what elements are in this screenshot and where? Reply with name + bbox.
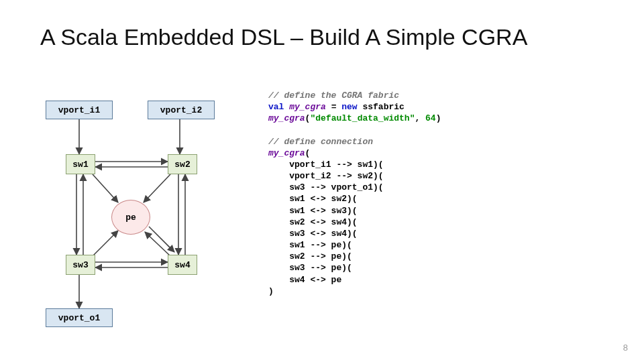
code-string: "default_data_width" (310, 113, 415, 123)
code-line: sw3 --> pe)( (268, 263, 352, 273)
code-text: ssfabric (362, 102, 404, 112)
code-ident: my_cgra (268, 113, 305, 123)
code-text: , (415, 113, 425, 123)
code-line: sw3 --> vport_o1)( (268, 182, 384, 192)
code-line: sw1 <-> sw2)( (268, 194, 358, 204)
svg-line-11 (93, 174, 118, 202)
node-pe: pe (111, 200, 150, 235)
node-sw1: sw1 (66, 154, 95, 174)
code-keyword: new (341, 102, 357, 112)
node-sw4: sw4 (168, 255, 197, 275)
code-comment: // define the CGRA fabric (268, 90, 399, 101)
code-line: vport_i1 --> sw1)( (268, 160, 384, 170)
code-line: sw3 <-> sw4)( (268, 229, 358, 239)
node-vport-i2: vport_i2 (148, 101, 215, 119)
code-comment: // define connection (268, 137, 373, 147)
node-sw2: sw2 (168, 154, 197, 174)
code-block: // define the CGRA fabric val my_cgra = … (268, 90, 617, 297)
code-text: ( (305, 148, 311, 158)
code-line: vport_i2 --> sw2)( (268, 171, 384, 181)
svg-line-13 (93, 231, 118, 256)
node-vport-i1: vport_i1 (46, 101, 113, 119)
node-vport-o1: vport_o1 (46, 308, 113, 327)
code-ident: my_cgra (268, 148, 305, 158)
code-line: sw1 --> pe)( (268, 240, 352, 250)
code-line: sw4 <-> pe (268, 275, 341, 285)
code-line: sw2 <-> sw4)( (268, 217, 358, 227)
code-ident: my_cgra (289, 102, 326, 112)
code-text: = (326, 102, 341, 112)
slide-title: A Scala Embedded DSL – Build A Simple CG… (40, 24, 604, 50)
code-text: ) (436, 113, 441, 123)
code-line: sw2 --> pe)( (268, 251, 352, 261)
code-line: sw1 <-> sw3)( (268, 206, 358, 216)
code-line: ) (268, 286, 274, 296)
svg-line-12 (144, 174, 170, 202)
code-keyword: val (268, 102, 284, 112)
code-number: 64 (425, 113, 436, 123)
cgra-diagram: vport_i1 vport_i2 sw1 sw2 pe sw3 sw4 vpo… (40, 87, 248, 328)
node-sw3: sw3 (66, 255, 95, 275)
page-number: 8 (623, 343, 628, 353)
